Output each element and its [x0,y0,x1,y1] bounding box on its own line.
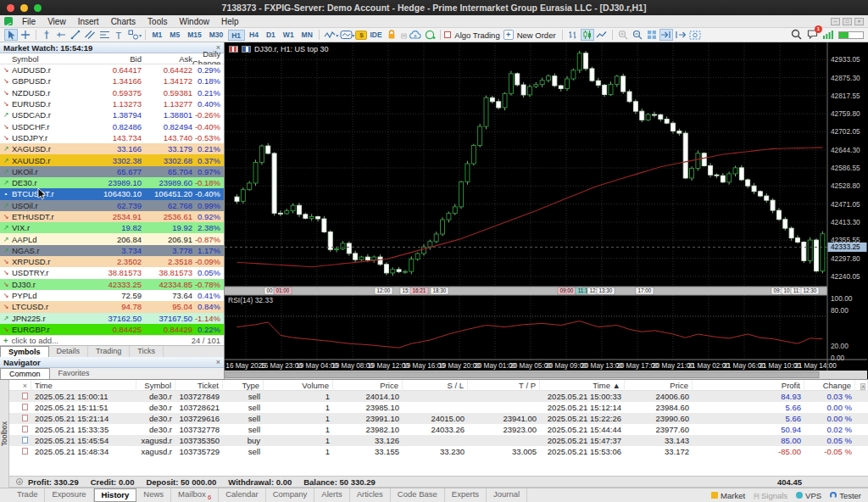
new-order-button[interactable]: New Order [517,31,556,40]
minimize-window-button[interactable] [20,4,28,12]
history-col-price[interactable]: Price [625,380,693,391]
toolbox-tab-exposure[interactable]: Exposure [45,488,93,502]
toolbox-tab-alerts[interactable]: Alerts [314,488,349,502]
timeframe-m15[interactable]: M15 [185,30,205,41]
market-watch-row-DJ30.r[interactable]: ↘DJ30.r42333.2542334.85-0.78% [0,279,224,290]
toolbox-signals-button[interactable]: |≡|Signals [754,491,787,500]
market-watch-row-UKOil.r[interactable]: ↗UKOil.r65.67765.7040.97% [0,166,224,177]
dollar-icon[interactable]: $ [355,31,367,40]
toolbox-tab-history[interactable]: History [94,488,137,502]
history-row-103732778[interactable]: 2025.05.21 15:33:35de30.r103732778sell12… [9,424,868,435]
chart-panel[interactable]: DJ30.r, H1: US top 30 00:01:0012:0015:16… [225,42,868,379]
toolbox-vps-button[interactable]: VPS [796,491,821,500]
chart-close-button[interactable]: × [854,18,864,25]
history-col-type[interactable]: Type [223,380,264,391]
timeframe-m1[interactable]: M1 [149,30,165,41]
market-watch-row-PYPLd[interactable]: ↘PYPLd72.5973.640.41% [0,290,224,301]
market-watch-row-USOil.r[interactable]: ↗USOil.r62.73962.7680.99% [0,200,224,211]
ide-button[interactable]: IDE [368,31,383,39]
history-row-103728621[interactable]: 2025.05.21 15:11:51de30.r103728621sell12… [9,402,868,413]
timeframe-w1[interactable]: W1 [280,30,297,41]
chart-shift-icon[interactable] [674,29,687,41]
menu-insert[interactable]: Insert [72,17,105,26]
candlestick-chart-icon[interactable] [581,29,594,41]
lock-icon[interactable] [385,29,398,41]
toolbox-tab-journal[interactable]: Journal [487,488,527,502]
market-watch-row-XAUUSD.r[interactable]: ↗XAUUSD.r3302.383302.680.37% [0,154,224,165]
timeframe-h1[interactable]: H1 [228,30,245,41]
chart-restore-button[interactable]: □ [843,18,852,25]
horizontal-line-tool-button[interactable] [54,29,68,41]
market-watch-row-XRPUSD.r[interactable]: ↘XRPUSD.r2.35022.3518-0.09% [0,256,224,267]
market-watch-tab-details[interactable]: Details [49,346,89,357]
zoom-in-icon[interactable] [616,29,630,41]
navigator-tab-favorites[interactable]: Favorites [50,368,98,379]
market-watch-row-USDCHF.r[interactable]: ↘USDCHF.r0.824860.82494-0.40% [0,120,224,131]
navigator-tab-common[interactable]: Common [0,368,50,379]
zoom-out-icon[interactable] [631,29,644,41]
market-watch-row-GBPUSD.r[interactable]: ↘GBPUSD.r1.341661.341720.18% [0,75,224,86]
toolbox-tab-experts[interactable]: Experts [445,488,487,502]
objects-icon[interactable] [339,29,353,41]
toolbox-market-button[interactable]: Market [711,491,745,500]
one-click-trading-icon[interactable] [242,46,251,53]
toolbox-tester-button[interactable]: Tester [830,491,861,500]
market-watch-row-JPN225.r[interactable]: ↗JPN225.r37162.5037167.50-1.14% [0,313,224,324]
cursor-tool-button[interactable] [4,29,18,41]
indicators-dropdown-caret[interactable]: ▾ [336,32,338,38]
timeframe-mn[interactable]: MN [298,30,315,41]
history-col-tp[interactable]: T / P [468,380,540,391]
price-chart[interactable]: 00:01:0012:0015:16:2118:3009:0011:112:13… [225,42,867,379]
toolbox-tab-code-base[interactable]: Code Base [391,488,445,502]
trendline-tool-button[interactable] [69,29,82,41]
market-watch-tab-ticks[interactable]: Ticks [130,346,164,357]
market-watch-row-USDJPY.r[interactable]: ↘USDJPY.r143.734143.740-0.53% [0,132,224,143]
line-chart-icon[interactable] [595,29,609,41]
broadcast-icon[interactable]: ((•)) [399,32,409,38]
toolbox-tab-calendar[interactable]: Calendar [219,488,266,502]
timeframe-m30[interactable]: M30 [206,30,226,41]
col-bid[interactable]: Bid [86,54,142,64]
market-watch-row-BTCUSDT.r[interactable]: •BTCUSDT.r106430.10106451.20-0.40% [0,188,224,199]
history-close-icon[interactable]: × [20,382,27,390]
objects-dropdown-caret[interactable]: ▾ [352,32,354,38]
market-watch-row-EURGBP.r[interactable]: ↘EURGBP.r0.844250.844290.22% [0,324,224,335]
fibonacci-tool-button[interactable] [97,29,111,41]
channel-tool-button[interactable] [83,29,97,41]
chart-minimize-button[interactable]: – [831,18,840,25]
tile-windows-icon[interactable] [645,29,659,41]
market-watch-row-EURUSD.r[interactable]: ↘EURUSD.r1.132731.132770.40% [0,98,224,109]
history-col-symbol[interactable]: Symbol [136,380,175,391]
history-row-103735729[interactable]: 2025.05.21 15:48:34xagusd.r103735729sell… [9,446,868,457]
market-watch-row-USDCAD.r[interactable]: ↗USDCAD.r1.387941.38801-0.26% [0,109,224,120]
history-scroll-up[interactable]: ∧ [860,383,865,390]
close-window-button[interactable] [7,4,14,12]
market-watch-row-ETHUSDT.r[interactable]: ↘ETHUSDT.r2534.912536.610.92% [0,211,224,222]
history-col-sl[interactable]: S / L [403,380,468,391]
notifications-icon[interactable]: 1 [807,29,818,41]
market-watch-row-USDTRY.r[interactable]: ↘USDTRY.r38.8157338.815730.05% [0,267,224,278]
toolbox-tab-company[interactable]: Company [266,488,315,502]
algo-trading-button[interactable]: Algo Trading [454,31,499,40]
toolbox-tab-mailbox[interactable]: Mailbox 6 [171,488,219,502]
menu-tools[interactable]: Tools [142,17,173,26]
bar-chart-icon[interactable] [566,29,580,41]
screenshot-icon[interactable] [688,29,702,41]
market-watch-row-NZDUSD.r[interactable]: ↘NZDUSD.r0.593750.593810.21% [0,87,224,98]
toolbox-side-tab[interactable]: Toolbox [0,380,9,488]
shapes-dropdown-caret[interactable]: ▾ [139,32,142,38]
toolbox-tab-trade[interactable]: Trade [10,488,45,502]
crosshair-tool-button[interactable] [19,29,32,41]
history-col-time[interactable]: Time ▲ [540,380,625,391]
history-col-price[interactable]: Price [333,380,403,391]
toolbox-tab-news[interactable]: News [136,488,171,502]
col-ask[interactable]: Ask [142,54,192,64]
navigator-close-icon[interactable]: × [216,358,220,366]
history-col-volume[interactable]: Volume [264,380,333,391]
menu-help[interactable]: Help [215,17,245,26]
timeframe-m5[interactable]: M5 [167,30,183,41]
market-watch-row-AAPLd[interactable]: ↗AAPLd206.84206.91-0.87% [0,233,224,244]
indicators-icon[interactable] [323,29,337,41]
community-icon[interactable] [423,29,437,41]
cloud-icon[interactable] [409,29,422,41]
